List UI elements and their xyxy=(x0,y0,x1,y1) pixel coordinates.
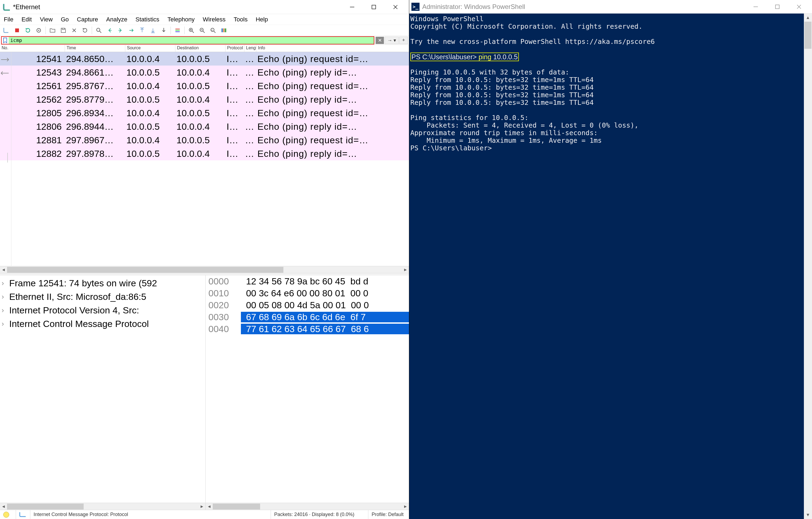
packet-row[interactable]: 12543294.8661…10.0.0.510.0.0.4I……Echo (p… xyxy=(0,65,409,79)
scroll-right-icon[interactable]: ► xyxy=(402,266,409,273)
hex-row[interactable]: 0030 67 68 69 6a 6b 6c 6d 6e 6f 7 xyxy=(206,311,409,323)
menu-file[interactable]: File xyxy=(4,16,13,23)
colorize-icon[interactable] xyxy=(173,26,182,35)
tree-item[interactable]: ›Frame 12541: 74 bytes on wire (592 xyxy=(0,276,205,290)
col-source[interactable]: Source xyxy=(125,45,175,52)
menu-capture[interactable]: Capture xyxy=(77,16,98,23)
col-time[interactable]: Time xyxy=(65,45,125,52)
hex-row[interactable]: 0000 12 34 56 78 9a bc 60 45 bd d xyxy=(206,275,409,287)
display-filter-input[interactable] xyxy=(9,36,374,45)
status-profile[interactable]: Profile: Default xyxy=(368,510,409,519)
hex-row[interactable]: 0010 00 3c 64 e6 00 00 80 01 00 0 xyxy=(206,287,409,299)
zoom-reset-icon[interactable]: 1 xyxy=(208,26,218,35)
svg-rect-15 xyxy=(175,30,180,31)
goto-packet-icon[interactable] xyxy=(127,26,136,35)
wireshark-details-panes: ›Frame 12541: 74 bytes on wire (592›Ethe… xyxy=(0,275,409,510)
start-capture-icon[interactable] xyxy=(2,26,11,35)
status-left: Internet Control Message Protocol: Proto… xyxy=(30,510,271,519)
svg-rect-31 xyxy=(776,5,779,9)
packet-row[interactable]: 12882297.8978…10.0.0.510.0.0.4I……Echo (p… xyxy=(0,147,409,160)
expert-info-icon[interactable] xyxy=(3,512,9,518)
wireshark-window: *Ethernet File Edit View Go Capture Anal… xyxy=(0,0,409,519)
packet-row[interactable]: 12881297.8967…10.0.0.410.0.0.5I……Echo (p… xyxy=(0,133,409,147)
svg-line-25 xyxy=(214,31,215,33)
close-file-icon[interactable] xyxy=(69,26,79,35)
reload-icon[interactable] xyxy=(80,26,90,35)
menu-statistics[interactable]: Statistics xyxy=(136,16,160,23)
tree-hscroll[interactable]: ◄ ► xyxy=(0,503,205,510)
packet-row[interactable]: 12562295.8779…10.0.0.510.0.0.4I……Echo (p… xyxy=(0,93,409,106)
packet-list-hscroll[interactable]: ◄ ► xyxy=(0,266,409,273)
svg-rect-16 xyxy=(175,31,180,32)
col-info[interactable]: Info xyxy=(256,45,409,52)
wireshark-toolbar: 1 xyxy=(0,25,409,36)
minimize-button[interactable] xyxy=(745,0,766,13)
auto-scroll-icon[interactable] xyxy=(159,26,168,35)
menu-help[interactable]: Help xyxy=(256,16,268,23)
close-button[interactable] xyxy=(385,0,406,14)
packet-list[interactable]: 12541294.8650…10.0.0.410.0.0.5I……Echo (p… xyxy=(0,52,409,266)
col-protocol[interactable]: Protocol xyxy=(226,45,244,52)
add-filter-button-icon[interactable]: + xyxy=(399,36,408,44)
powershell-titlebar[interactable]: >_ Administrator: Windows PowerShell xyxy=(409,0,812,13)
restart-capture-icon[interactable] xyxy=(23,26,32,35)
svg-rect-4 xyxy=(15,28,19,32)
menu-tools[interactable]: Tools xyxy=(234,16,248,23)
resize-columns-icon[interactable] xyxy=(219,26,228,35)
menu-wireless[interactable]: Wireless xyxy=(203,16,226,23)
maximize-button[interactable] xyxy=(766,0,788,13)
tree-item[interactable]: ›Ethernet II, Src: Microsof_da:86:5 xyxy=(0,290,205,303)
save-file-icon[interactable] xyxy=(59,26,68,35)
tree-item[interactable]: ›Internet Protocol Version 4, Src: xyxy=(0,303,205,317)
go-forward-icon[interactable] xyxy=(116,26,125,35)
hex-row[interactable]: 0020 00 05 08 00 4d 5a 00 01 00 0 xyxy=(206,299,409,311)
zoom-in-icon[interactable] xyxy=(187,26,196,35)
pane-splitter[interactable] xyxy=(0,273,409,275)
capture-options-icon[interactable] xyxy=(34,26,43,35)
clear-filter-icon[interactable]: ✕ xyxy=(375,36,384,44)
close-button[interactable] xyxy=(788,0,810,13)
powershell-vscroll[interactable]: ▲ ▼ xyxy=(804,13,812,519)
svg-line-22 xyxy=(203,31,205,33)
scroll-up-icon[interactable]: ▲ xyxy=(804,13,812,22)
packet-list-header[interactable]: No. Time Source Destination Protocol Len… xyxy=(0,45,409,52)
find-packet-icon[interactable] xyxy=(94,26,104,35)
capture-file-icon[interactable] xyxy=(19,512,27,518)
scroll-right-icon[interactable]: ► xyxy=(402,503,409,510)
packet-row[interactable]: 12561295.8767…10.0.0.410.0.0.5I……Echo (p… xyxy=(0,79,409,93)
packet-row[interactable]: 12805296.8934…10.0.0.410.0.0.5I……Echo (p… xyxy=(0,106,409,120)
minimize-button[interactable] xyxy=(341,0,363,14)
powershell-terminal[interactable]: Windows PowerShell Copyright (C) Microso… xyxy=(409,13,812,519)
menu-analyze[interactable]: Analyze xyxy=(106,16,127,23)
maximize-button[interactable] xyxy=(363,0,385,14)
filter-bookmark-icon[interactable] xyxy=(1,36,9,45)
col-length[interactable]: Length xyxy=(244,45,256,52)
scroll-right-icon[interactable]: ► xyxy=(198,503,205,510)
scroll-down-icon[interactable]: ▼ xyxy=(804,511,812,519)
packet-row[interactable]: 12806296.8944…10.0.0.510.0.0.4I……Echo (p… xyxy=(0,120,409,133)
apply-filter-icon[interactable]: → ▾ xyxy=(385,36,399,44)
stop-capture-icon[interactable] xyxy=(12,26,22,35)
menu-view[interactable]: View xyxy=(40,16,53,23)
go-back-icon[interactable] xyxy=(105,26,114,35)
display-filter-bar: ✕ → ▾ + xyxy=(0,36,409,45)
menu-telephony[interactable]: Telephony xyxy=(168,16,195,23)
zoom-out-icon[interactable] xyxy=(198,26,207,35)
menu-edit[interactable]: Edit xyxy=(21,16,32,23)
packet-row[interactable]: 12541294.8650…10.0.0.410.0.0.5I……Echo (p… xyxy=(0,52,409,65)
hex-hscroll[interactable]: ◄ ► xyxy=(206,503,409,510)
open-file-icon[interactable] xyxy=(48,26,57,35)
tree-item[interactable]: ›Internet Control Message Protocol xyxy=(0,317,205,330)
col-destination[interactable]: Destination xyxy=(175,45,226,52)
goto-last-icon[interactable] xyxy=(148,26,157,35)
packet-details-pane[interactable]: ›Frame 12541: 74 bytes on wire (592›Ethe… xyxy=(0,275,206,510)
wireshark-titlebar[interactable]: *Ethernet xyxy=(0,0,409,14)
goto-first-icon[interactable] xyxy=(138,26,147,35)
scroll-left-icon[interactable]: ◄ xyxy=(206,503,213,510)
scroll-left-icon[interactable]: ◄ xyxy=(0,266,7,273)
col-no[interactable]: No. xyxy=(0,45,65,52)
packet-bytes-pane[interactable]: 0000 12 34 56 78 9a bc 60 45 bd d0010 00… xyxy=(206,275,409,510)
menu-go[interactable]: Go xyxy=(61,16,69,23)
hex-row[interactable]: 0040 77 61 62 63 64 65 66 67 68 6 xyxy=(206,323,409,335)
scroll-left-icon[interactable]: ◄ xyxy=(0,503,7,510)
